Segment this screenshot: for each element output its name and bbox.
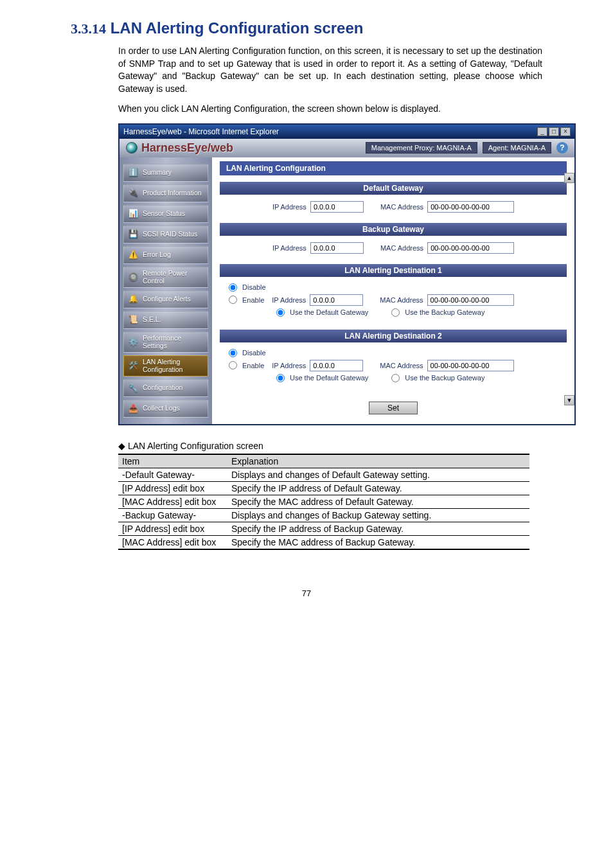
scroll-down-button[interactable]: ▼ xyxy=(564,395,574,405)
dest1-mac-input[interactable] xyxy=(427,294,514,306)
intro-paragraph-1: In order to use LAN Alerting Configurati… xyxy=(118,45,542,95)
dest1-ip-input[interactable] xyxy=(310,294,363,306)
table-header-explanation: Explanation xyxy=(227,454,529,468)
app-body: ℹ️Summary🔌Product Information📊Sensor Sta… xyxy=(120,157,574,424)
nav-sel[interactable]: 📜S.E.L. xyxy=(123,311,208,329)
scroll-up-button[interactable]: ▲ xyxy=(564,173,574,183)
use-default-label: Use the Default Gateway xyxy=(290,374,368,382)
nav-label: Summary xyxy=(143,169,172,177)
backup-gateway-header: Backup Gateway xyxy=(220,223,567,236)
table-row: [MAC Address] edit boxSpecify the MAC ad… xyxy=(118,536,529,550)
explanation-table: Item Explanation -Default Gateway-Displa… xyxy=(118,454,529,550)
nav-product-information[interactable]: 🔌Product Information xyxy=(123,184,208,202)
dest2-use-default-radio[interactable] xyxy=(276,374,285,382)
ip-label: IP Address xyxy=(272,244,306,252)
intro-paragraph-2: When you click LAN Alerting Configuratio… xyxy=(118,103,542,116)
nav-label: LAN Alerting Configuration xyxy=(143,359,204,373)
nav-collect-logs[interactable]: 📥Collect Logs xyxy=(123,400,208,418)
ip-label: IP Address xyxy=(272,203,306,211)
table-row: [IP Address] edit boxSpecify the IP addr… xyxy=(118,522,529,536)
mac-label: MAC Address xyxy=(380,203,423,211)
table-cell-explanation: Specify the MAC address of Default Gatew… xyxy=(227,495,529,509)
help-icon[interactable]: ? xyxy=(556,142,568,154)
enable-label: Enable xyxy=(242,296,264,304)
table-cell-item: [IP Address] edit box xyxy=(118,482,227,495)
table-row: [IP Address] edit boxSpecify the IP addr… xyxy=(118,482,529,495)
table-cell-item: -Default Gateway- xyxy=(118,468,227,482)
nav-collect-logs-icon: 📥 xyxy=(127,403,139,414)
brand-logo: HarnessEye/web xyxy=(126,141,233,155)
destination-2-block: Disable Enable IP Address MAC Address xyxy=(220,346,567,390)
mac-label: MAC Address xyxy=(380,244,423,252)
eye-icon xyxy=(126,142,138,154)
table-cell-item: [IP Address] edit box xyxy=(118,522,227,536)
window-title: HarnessEye/web - Microsoft Internet Expl… xyxy=(123,127,279,136)
backup-gateway-ip-input[interactable] xyxy=(310,242,364,254)
nav-error-log[interactable]: ⚠️Error Log xyxy=(123,246,208,264)
default-gateway-row: IP Address MAC Address xyxy=(220,199,567,218)
nav-label: Performance Settings xyxy=(143,335,204,350)
table-header-item: Item xyxy=(118,454,227,468)
nav-remote-power-control[interactable]: 🔘Remote Power Control xyxy=(123,267,208,288)
mac-label: MAC Address xyxy=(380,296,423,304)
nav-label: Error Log xyxy=(143,251,171,259)
nav-label: S.E.L. xyxy=(143,316,161,324)
section-heading: 3.3.14 LAN Alerting Configuration screen xyxy=(71,19,542,37)
nav-configuration[interactable]: 🔧Configuration xyxy=(123,379,208,397)
mac-label: MAC Address xyxy=(380,362,423,369)
table-cell-item: [MAC Address] edit box xyxy=(118,536,227,550)
content-pane: LAN Alerting Configuration ▲ Default Gat… xyxy=(212,157,574,424)
close-button[interactable]: × xyxy=(560,127,571,136)
table-cell-explanation: Specify the MAC address of Backup Gatewa… xyxy=(227,536,529,550)
table-caption: LAN Alerting Configuration screen xyxy=(118,441,542,451)
nav-scsi-raid-status-icon: 💾 xyxy=(127,229,139,240)
agent-chip: Agent: MAGNIA-A xyxy=(483,142,551,154)
nav-lan-alerting-configuration[interactable]: 🛠️LAN Alerting Configuration xyxy=(123,355,208,376)
nav-label: Configure Alerts xyxy=(143,296,191,303)
nav-summary[interactable]: ℹ️Summary xyxy=(123,164,208,182)
table-cell-item: [MAC Address] edit box xyxy=(118,495,227,509)
destination-2-header: LAN Alerting Destination 2 xyxy=(220,330,567,342)
dest1-use-default-radio[interactable] xyxy=(276,308,285,317)
nav-performance-settings[interactable]: ⚙️Performance Settings xyxy=(123,332,208,353)
nav-label: SCSI RAID Status xyxy=(143,231,197,238)
disable-label: Disable xyxy=(242,283,266,291)
dest1-use-backup-radio[interactable] xyxy=(391,308,400,317)
backup-gateway-mac-input[interactable] xyxy=(427,242,514,254)
nav-sensor-status[interactable]: 📊Sensor Status xyxy=(123,205,208,223)
brand-text: HarnessEye/web xyxy=(141,141,233,155)
nav-configure-alerts-icon: 🔔 xyxy=(127,294,139,305)
default-gateway-ip-input[interactable] xyxy=(310,201,364,213)
destination-1-block: Disable Enable IP Address MAC Address xyxy=(220,281,567,324)
table-row: -Default Gateway-Displays and changes of… xyxy=(118,468,529,482)
dest2-ip-input[interactable] xyxy=(310,360,363,371)
nav-configure-alerts[interactable]: 🔔Configure Alerts xyxy=(123,290,208,308)
nav-configuration-icon: 🔧 xyxy=(127,382,139,394)
window-controls: _ □ × xyxy=(537,127,571,136)
dest1-enable-radio[interactable] xyxy=(229,296,237,304)
dest2-enable-radio[interactable] xyxy=(229,361,237,369)
nav-label: Configuration xyxy=(143,384,182,392)
nav-label: Remote Power Control xyxy=(143,270,204,285)
table-cell-explanation: Displays and changes of Default Gateway … xyxy=(227,468,529,482)
ip-label: IP Address xyxy=(272,296,306,304)
set-button[interactable]: Set xyxy=(369,402,418,414)
disable-label: Disable xyxy=(242,349,266,357)
use-default-label: Use the Default Gateway xyxy=(290,308,368,316)
proxy-chip: Management Proxy: MAGNIA-A xyxy=(366,142,477,154)
default-gateway-header: Default Gateway xyxy=(220,182,567,195)
table-cell-explanation: Displays and changes of Backup Gateway s… xyxy=(227,509,529,522)
default-gateway-mac-input[interactable] xyxy=(427,201,514,213)
dest2-use-backup-radio[interactable] xyxy=(391,374,400,382)
maximize-button[interactable]: □ xyxy=(549,127,559,136)
page-number: 77 xyxy=(71,589,542,598)
nav-label: Collect Logs xyxy=(143,405,180,412)
dest2-mac-input[interactable] xyxy=(427,360,514,371)
nav-sel-icon: 📜 xyxy=(127,314,139,326)
nav-scsi-raid-status[interactable]: 💾SCSI RAID Status xyxy=(123,226,208,244)
minimize-button[interactable]: _ xyxy=(537,127,547,136)
dest1-disable-radio[interactable] xyxy=(229,283,237,292)
table-cell-explanation: Specify the IP address of Default Gatewa… xyxy=(227,482,529,495)
dest2-disable-radio[interactable] xyxy=(229,349,237,357)
nav-label: Product Information xyxy=(143,190,202,197)
